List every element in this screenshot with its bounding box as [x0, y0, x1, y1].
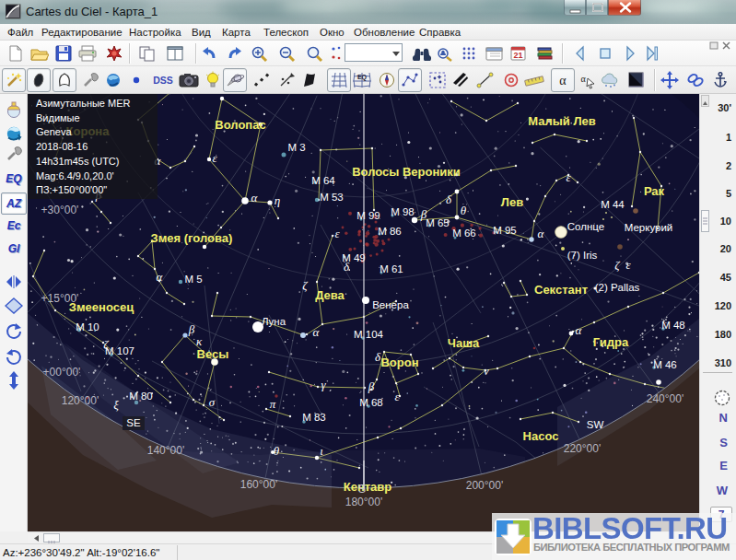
svg-text:M 3: M 3: [287, 142, 305, 153]
svg-text:α: α: [559, 74, 567, 88]
svg-text:α: α: [580, 74, 586, 84]
svg-text:α: α: [251, 191, 259, 204]
svg-text:120°00': 120°00': [62, 394, 99, 407]
svg-text:M 95: M 95: [493, 225, 517, 236]
svg-text:ζ: ζ: [103, 337, 109, 351]
svg-text:Чаша: Чаша: [448, 336, 480, 350]
svg-text:M 48: M 48: [661, 320, 685, 331]
svg-text:SW: SW: [587, 419, 604, 430]
svg-text:Секстант: Секстант: [534, 283, 588, 297]
svg-text:Гидра: Гидра: [593, 335, 629, 349]
svg-text:β: β: [188, 322, 195, 336]
svg-text:M 61: M 61: [380, 263, 403, 274]
svg-text:Венера: Венера: [372, 299, 409, 310]
svg-text:21: 21: [513, 51, 522, 60]
svg-text:M 66: M 66: [452, 228, 476, 239]
svg-text:200°00': 200°00': [466, 479, 503, 492]
svg-text:α: α: [313, 325, 321, 339]
svg-text:M 44: M 44: [601, 199, 625, 210]
svg-text:SE: SE: [126, 417, 141, 428]
svg-text:+15°00': +15°00': [41, 292, 79, 305]
svg-text:M 80: M 80: [129, 391, 153, 402]
svg-text:Меркурий: Меркурий: [625, 222, 673, 233]
svg-text:ζ: ζ: [614, 258, 620, 272]
svg-text:π: π: [270, 397, 276, 411]
svg-text:θ: θ: [461, 204, 467, 217]
svg-text:+00°00': +00°00': [43, 366, 81, 379]
svg-text:ε: ε: [566, 170, 571, 184]
svg-text:δ: δ: [344, 260, 350, 274]
svg-text:Лев: Лев: [501, 195, 523, 209]
svg-text:ν: ν: [484, 364, 489, 378]
svg-text:Малый Лев: Малый Лев: [528, 114, 596, 128]
svg-text:Рак: Рак: [644, 184, 665, 198]
svg-text:ε: ε: [212, 151, 217, 165]
svg-text:ε: ε: [625, 258, 631, 272]
svg-text:δ: δ: [375, 350, 381, 364]
svg-text:Змея (голова): Змея (голова): [151, 231, 233, 245]
svg-text:(7) Iris: (7) Iris: [567, 250, 598, 261]
svg-text:ξ: ξ: [113, 398, 119, 412]
svg-text:M 107: M 107: [105, 345, 134, 356]
svg-text:Волосы Вероники: Волосы Вероники: [352, 165, 461, 179]
svg-text:κ: κ: [196, 334, 203, 348]
svg-text:Луна: Луна: [262, 316, 286, 327]
svg-text:Дева: Дева: [315, 288, 345, 302]
svg-text:ζ: ζ: [302, 278, 308, 292]
svg-text:M 65: M 65: [426, 217, 450, 228]
svg-text:β: β: [420, 207, 427, 221]
svg-text:220°00': 220°00': [564, 442, 601, 455]
svg-text:ε: ε: [334, 227, 340, 240]
svg-text:η: η: [275, 193, 280, 207]
svg-text:M 68: M 68: [359, 397, 383, 408]
svg-text:α: α: [538, 227, 545, 240]
svg-text:160°00': 160°00': [240, 478, 277, 491]
svg-text:240°00': 240°00': [647, 392, 683, 405]
svg-text:β: β: [368, 379, 375, 393]
svg-text:Солнце: Солнце: [567, 221, 604, 232]
svg-text:Кентавр: Кентавр: [344, 480, 392, 494]
svg-text:δ: δ: [446, 192, 452, 206]
svg-text:+30°00': +30°00': [41, 204, 79, 216]
svg-text:θ: θ: [274, 444, 280, 458]
svg-text:α: α: [157, 270, 164, 284]
svg-text:γ: γ: [321, 378, 326, 391]
svg-text:(2) Pallas: (2) Pallas: [595, 282, 640, 293]
svg-text:M 104: M 104: [354, 329, 384, 340]
svg-text:Весы: Весы: [197, 347, 229, 361]
svg-text:M 46: M 46: [653, 359, 677, 370]
svg-text:S: S: [358, 483, 366, 496]
svg-text:M 86: M 86: [378, 226, 402, 237]
svg-text:α: α: [576, 323, 583, 337]
svg-text:M 83: M 83: [302, 412, 326, 423]
svg-text:Насос: Насос: [523, 429, 559, 443]
svg-text:DSS: DSS: [153, 75, 173, 86]
svg-text:ε: ε: [394, 390, 400, 403]
svg-text:M 64: M 64: [311, 175, 335, 186]
svg-text:M 5: M 5: [184, 274, 202, 285]
svg-text:M 99: M 99: [356, 210, 380, 221]
svg-text:Волопас: Волопас: [215, 118, 265, 132]
svg-text:ι: ι: [320, 444, 323, 458]
svg-text:M 10: M 10: [76, 321, 99, 332]
svg-text:Ворон: Ворон: [380, 356, 418, 369]
svg-text:σ: σ: [209, 395, 216, 409]
svg-text:M 53: M 53: [320, 192, 344, 203]
svg-text:180°00': 180°00': [345, 496, 382, 508]
svg-text:M 98: M 98: [391, 206, 415, 217]
svg-text:140°00': 140°00': [147, 444, 184, 457]
svg-text:EQ: EQ: [357, 74, 368, 81]
